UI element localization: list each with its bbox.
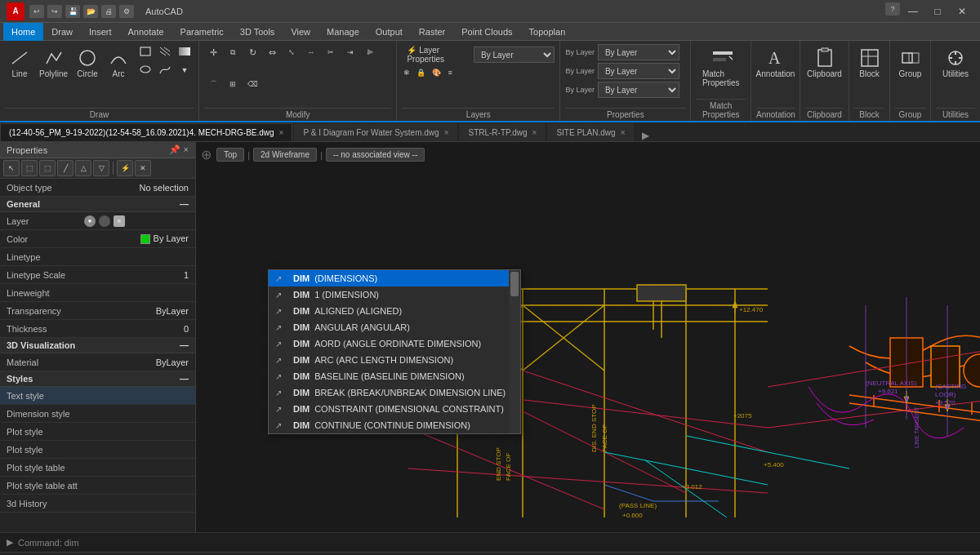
tab-mech-close[interactable]: ×	[279, 128, 284, 137]
select-tool[interactable]: ↖	[3, 160, 20, 176]
dropdown-item-dimangular[interactable]: ↗ DIMANGULAR (ANGULAR)	[269, 319, 520, 335]
color-row[interactable]: Color By Layer	[0, 230, 195, 248]
lineweight-dropdown[interactable]: By Layer	[598, 82, 679, 98]
properties-close-btn[interactable]: ×	[184, 144, 189, 155]
crossing-select-tool[interactable]: ⬚	[39, 160, 56, 176]
clear-selection-tool[interactable]: ✕	[135, 160, 151, 176]
line-button[interactable]: Line	[5, 44, 34, 81]
layer-properties-btn[interactable]: ⚡ Layer Properties	[402, 44, 470, 65]
tab-site[interactable]: SITE PLAN.dwg ×	[547, 123, 634, 141]
transparency-row[interactable]: Transparency ByLayer	[0, 302, 195, 320]
copy-button[interactable]: ⧉	[224, 44, 242, 60]
layer-lock-btn[interactable]: 🔒	[415, 67, 427, 78]
offset-button[interactable]: ⫸	[361, 44, 379, 60]
redo-icon[interactable]: ↪	[47, 5, 62, 18]
tab-pid-close[interactable]: ×	[444, 128, 449, 137]
spline-button[interactable]	[156, 62, 174, 78]
dropdown-item-dimconstraint[interactable]: ↗ DIMCONSTRAINT (DIMENSIONAL CONSTRAINT)	[269, 401, 520, 417]
rect-button[interactable]	[136, 44, 154, 60]
view-noview-btn[interactable]: -- no associated view --	[326, 148, 425, 162]
circle-button[interactable]: Circle	[73, 44, 102, 81]
text-style-row[interactable]: Text style	[0, 387, 195, 405]
dropdown-scroll[interactable]	[509, 270, 520, 433]
dim-style-row[interactable]: Dimension style	[0, 405, 195, 423]
match-properties-button[interactable]: MatchProperties	[699, 44, 743, 90]
help-icon[interactable]: ?	[885, 2, 900, 16]
more-draw-button[interactable]: ▼	[176, 62, 194, 78]
plot-style-row[interactable]: Plot style	[0, 423, 195, 441]
tab-strl-close[interactable]: ×	[532, 128, 537, 137]
quick-select-tool[interactable]: ⚡	[117, 160, 133, 176]
annotation-button[interactable]: A Annotation	[756, 44, 795, 81]
minimize-button[interactable]: —	[902, 2, 924, 20]
layer-match-btn[interactable]: ≡	[446, 67, 453, 78]
open-icon[interactable]: 📂	[83, 5, 98, 18]
menu-manage[interactable]: Manage	[318, 23, 368, 41]
dropdown-item-dimaligned[interactable]: ↗ DIMALIGNED (ALIGNED)	[269, 303, 520, 319]
menu-view[interactable]: View	[283, 23, 318, 41]
tab-site-close[interactable]: ×	[621, 128, 626, 137]
thickness-row[interactable]: Thickness 0	[0, 320, 195, 338]
dropdown-item-dimbaseline[interactable]: ↗ DIMBASELINE (BASELINE DIMENSION)	[269, 368, 520, 384]
linetype-dropdown[interactable]: By Layer	[598, 63, 679, 79]
linetype-row[interactable]: Linetype	[0, 248, 195, 266]
color-dropdown[interactable]: By Layer	[598, 44, 679, 60]
scale-button[interactable]: ⤡	[283, 44, 301, 60]
menu-draw[interactable]: Draw	[43, 23, 81, 41]
polyline-button[interactable]: Polyline	[36, 44, 71, 81]
workspace-icon[interactable]: ⚙	[119, 5, 134, 18]
hatch-button[interactable]	[156, 44, 174, 60]
material-row[interactable]: Material ByLayer	[0, 353, 195, 371]
close-button[interactable]: ✕	[951, 2, 973, 20]
layer-freeze-btn[interactable]: ❄	[402, 67, 412, 78]
drawing-area[interactable]: ⊕ Top | 2d Wireframe | -- no associated …	[196, 142, 980, 532]
dropdown-item-dim1[interactable]: ↗ DIM1 (DIMENSION)	[269, 286, 520, 303]
tab-strl[interactable]: STRL-R-TP.dwg ×	[459, 123, 546, 141]
lineweight-row[interactable]: Lineweight	[0, 284, 195, 302]
fillet-button[interactable]: ⌒	[204, 76, 222, 92]
undo-icon[interactable]: ↩	[29, 5, 44, 18]
print-icon[interactable]: 🖨	[101, 5, 116, 18]
dropdown-item-dim[interactable]: ↗ DIM (DIMENSIONS)	[269, 270, 520, 286]
properties-pin[interactable]: 📌	[169, 144, 180, 155]
linetype-scale-row[interactable]: Linetype Scale 1	[0, 266, 195, 284]
menu-insert[interactable]: Insert	[81, 23, 120, 41]
menu-home[interactable]: Home	[3, 23, 43, 41]
rotate-button[interactable]: ↻	[243, 44, 261, 60]
move-button[interactable]: ✛	[204, 44, 222, 60]
plot-style-att-row[interactable]: Plot style table att	[0, 477, 195, 495]
mirror-button[interactable]: ⇔	[263, 44, 281, 60]
clipboard-button[interactable]: Clipboard	[805, 44, 844, 81]
layer-row[interactable]: Layer ● ■	[0, 212, 195, 230]
menu-output[interactable]: Output	[368, 23, 411, 41]
menu-parametric[interactable]: Parametric	[172, 23, 232, 41]
plot-style-table-row[interactable]: Plot style table	[0, 459, 195, 477]
window-select-tool[interactable]: ⬚	[21, 160, 38, 176]
styles-section-header[interactable]: Styles —	[0, 371, 195, 387]
array-button[interactable]: ⊞	[224, 76, 242, 92]
menu-topoplan[interactable]: Topoplan	[521, 23, 574, 41]
general-section-header[interactable]: General —	[0, 197, 195, 212]
3dviz-section-header[interactable]: 3D Visualization —	[0, 338, 195, 353]
view-mode-btn[interactable]: 2d Wireframe	[253, 148, 317, 162]
block-button[interactable]: Block	[855, 44, 884, 81]
general-collapse[interactable]: —	[180, 199, 189, 209]
fence-select-tool[interactable]: ╱	[57, 160, 74, 176]
arc-button[interactable]: Arc	[104, 44, 133, 81]
tab-mech[interactable]: (12-40-56_PM_9-19-2022)(12-54-58_16.09.2…	[0, 123, 292, 141]
tab-pid[interactable]: P & I Diagram For Water System.dwg ×	[294, 123, 457, 141]
maximize-button[interactable]: □	[926, 2, 949, 20]
3d-history-row[interactable]: 3d History	[0, 495, 195, 513]
dropdown-item-dimaord[interactable]: ↗ DIMAORD (ANGLE ORDINATE DIMENSION)	[269, 335, 520, 352]
menu-pointclouds[interactable]: Point Clouds	[453, 23, 520, 41]
menu-raster[interactable]: Raster	[411, 23, 453, 41]
extend-button[interactable]: ⇥	[341, 44, 359, 60]
erase-button[interactable]: ⌫	[243, 76, 261, 92]
filter-tool[interactable]: ▽	[93, 160, 109, 176]
nav-icon[interactable]: ⊕	[199, 145, 213, 164]
view-top-btn[interactable]: Top	[216, 148, 244, 162]
group-button[interactable]: Group	[896, 44, 925, 81]
layer-color-btn[interactable]: 🎨	[430, 67, 443, 78]
gradient-button[interactable]	[176, 44, 194, 60]
tab-scroll-right[interactable]: ▶	[635, 130, 656, 141]
